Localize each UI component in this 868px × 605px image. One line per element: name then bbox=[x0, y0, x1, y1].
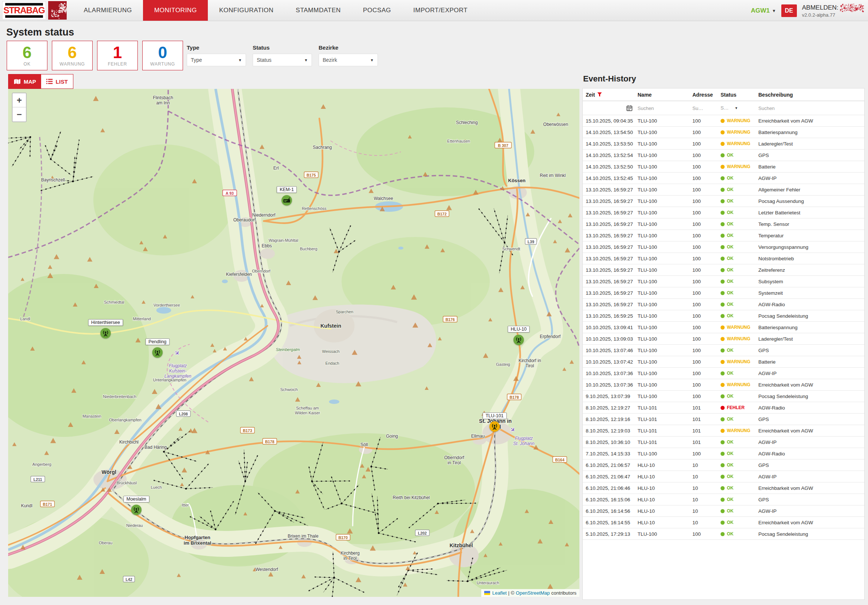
filter-select-bezirke[interactable]: Bezirk▼ bbox=[319, 54, 378, 66]
map[interactable]: A 93B175B 307B172L39B176B178B178B173L208… bbox=[8, 89, 580, 597]
zoom-out-button[interactable]: − bbox=[12, 107, 26, 121]
list-view-button[interactable]: LIST bbox=[41, 74, 73, 88]
table-row[interactable]: 6.10.2025, 16:14:55HLU-1010OKErreichbark… bbox=[583, 517, 864, 528]
table-row[interactable]: 13.10.2025, 16:59:27TLU-100100OKAGW-Radi… bbox=[583, 299, 864, 310]
beschreibung-search-input[interactable] bbox=[758, 105, 854, 111]
map-marker-pendling[interactable]: Pendling bbox=[152, 347, 163, 357]
nav-item-pocsag[interactable]: POCSAG bbox=[352, 0, 402, 21]
zoom-in-button[interactable]: + bbox=[12, 93, 26, 107]
status-badge: WARNUNG bbox=[727, 141, 750, 146]
table-row[interactable]: 13.10.2025, 16:59:27TLU-100100OKSystemze… bbox=[583, 287, 864, 299]
map-marker-moeslalm[interactable]: Moeslalm bbox=[131, 504, 141, 515]
cell-status: OK bbox=[721, 290, 758, 296]
cell-beschreibung: Batterie bbox=[758, 164, 864, 170]
table-row[interactable]: 14.10.2025, 13:52:54TLU-100100OKGPS bbox=[583, 150, 864, 161]
table-row[interactable]: 8.10.2025, 12:19:03TLU-101101WARNUNGErre… bbox=[583, 425, 864, 436]
osm-link[interactable]: OpenStreetMap bbox=[516, 590, 550, 596]
table-row[interactable]: 8.10.2025, 12:19:16TLU-101101OKGPS bbox=[583, 413, 864, 425]
cell-name: TLU-100 bbox=[637, 382, 693, 388]
map-label: Oberndorf bbox=[252, 269, 270, 273]
cell-adresse: 100 bbox=[693, 382, 721, 388]
table-row[interactable]: 8.10.2025, 10:36:10TLU-101101OKAGW-IP bbox=[583, 436, 864, 448]
column-header-beschreibung[interactable]: Beschreibung bbox=[758, 92, 864, 98]
map-marker-kem-1[interactable]: KEM-1 bbox=[282, 195, 292, 206]
table-row[interactable]: 10.10.2025, 13:09:03TLU-100100WARNUNGLad… bbox=[583, 333, 864, 345]
cell-name: HLU-10 bbox=[637, 497, 693, 503]
cell-zeit: 13.10.2025, 16:59:27 bbox=[586, 256, 637, 261]
filter-select-status[interactable]: Status▼ bbox=[253, 54, 312, 66]
logout-button[interactable]: ABMELDEN: bbox=[802, 4, 839, 11]
table-row[interactable]: 14.10.2025, 13:54:50TLU-100100WARNUNGBat… bbox=[583, 127, 864, 138]
table-row[interactable]: 10.10.2025, 13:07:36TLU-100100OKAGW-IP bbox=[583, 368, 864, 379]
status-card-fehler[interactable]: 1FEHLER bbox=[97, 41, 138, 70]
column-header-name[interactable]: Name bbox=[637, 92, 693, 98]
cell-name: TLU-100 bbox=[637, 313, 693, 319]
table-row[interactable]: 10.10.2025, 13:07:46TLU-100100OKGPS bbox=[583, 345, 864, 356]
table-row[interactable]: 6.10.2025, 21:06:46HLU-1010OKErreichbark… bbox=[583, 483, 864, 494]
nav-item-alarmierung[interactable]: ALARMIERUNG bbox=[73, 0, 143, 21]
filter-select-type[interactable]: Type▼ bbox=[187, 54, 246, 66]
cell-beschreibung: Letzter Batterietest bbox=[758, 210, 864, 215]
table-row[interactable]: 13.10.2025, 16:59:27TLU-100100OKTemp. Se… bbox=[583, 218, 864, 230]
table-row[interactable]: 10.10.2025, 13:07:36TLU-100100WARNUNGErr… bbox=[583, 379, 864, 391]
name-search-input[interactable] bbox=[637, 105, 687, 111]
language-button[interactable]: DE bbox=[781, 5, 797, 17]
table-row[interactable]: 13.10.2025, 16:59:27TLU-100100OKAllgemei… bbox=[583, 184, 864, 195]
table-row[interactable]: 14.10.2025, 13:53:50TLU-100100WARNUNGLad… bbox=[583, 138, 864, 150]
table-row[interactable]: 13.10.2025, 16:59:27TLU-100100OKPocsag A… bbox=[583, 195, 864, 207]
cell-adresse: 100 bbox=[693, 359, 721, 365]
map-view-button[interactable]: MAP bbox=[9, 74, 41, 88]
nav-item-konfiguration[interactable]: KONFIGURATION bbox=[208, 0, 285, 21]
map-marker-tlu-101[interactable]: TLU-101 bbox=[490, 421, 500, 432]
nav-item-stammdaten[interactable]: STAMMDATEN bbox=[285, 0, 352, 21]
svg-text:A 93: A 93 bbox=[226, 191, 234, 195]
table-row[interactable]: 7.10.2025, 14:15:33TLU-100100OKAGW-Radio bbox=[583, 448, 864, 460]
status-card-warnung[interactable]: 6WARNUNG bbox=[52, 41, 93, 70]
cell-name: TLU-100 bbox=[637, 267, 693, 273]
cell-adresse: 101 bbox=[693, 416, 721, 422]
status-card-value: 1 bbox=[113, 45, 122, 61]
status-search-input[interactable] bbox=[721, 105, 733, 111]
table-row[interactable]: 9.10.2025, 13:07:39TLU-100100OKPocsag Se… bbox=[583, 391, 864, 402]
leaflet-link[interactable]: Leaflet bbox=[492, 590, 507, 596]
table-row[interactable]: 6.10.2025, 16:14:56HLU-1010OKAGW-IP bbox=[583, 505, 864, 517]
table-row[interactable]: 10.10.2025, 13:07:42TLU-100100WARNUNGBat… bbox=[583, 356, 864, 368]
filter-funnel-icon[interactable] bbox=[597, 92, 602, 97]
table-row[interactable]: 8.10.2025, 12:19:27TLU-101101FEHLERAGW-R… bbox=[583, 402, 864, 413]
table-row[interactable]: 13.10.2025, 16:59:27TLU-100100OKLetzter … bbox=[583, 207, 864, 218]
table-row[interactable]: 14.10.2025, 13:52:45TLU-100100OKAGW-IP bbox=[583, 173, 864, 184]
status-filter-caret-icon[interactable]: ▼ bbox=[735, 106, 738, 110]
agw-selector[interactable]: AGW1 ▼ bbox=[751, 7, 776, 14]
cell-name: HLU-10 bbox=[637, 486, 693, 491]
table-row[interactable]: 6.10.2025, 21:06:57HLU-1010OKGPS bbox=[583, 460, 864, 471]
map-marker-hlu-10[interactable]: HLU-10 bbox=[513, 335, 524, 345]
table-row[interactable]: 15.10.2025, 09:04:35TLU-100100WARNUNGErr… bbox=[583, 115, 864, 127]
svg-text:L202: L202 bbox=[418, 531, 427, 535]
cell-adresse: 100 bbox=[693, 313, 721, 319]
table-row[interactable]: 13.10.2025, 16:59:27TLU-100100OKZeitrefe… bbox=[583, 265, 864, 276]
table-row[interactable]: 6.10.2025, 16:15:06HLU-1010OKGPS bbox=[583, 494, 864, 505]
adresse-search-input[interactable] bbox=[693, 105, 718, 111]
cell-name: TLU-100 bbox=[637, 141, 693, 147]
table-row[interactable]: 5.10.2025, 17:29:13TLU-100100OKPocsag Se… bbox=[583, 528, 864, 540]
map-marker-hinterthiersee[interactable]: Hinterthiersee bbox=[101, 328, 111, 339]
table-row[interactable]: 14.10.2025, 13:52:50TLU-100100WARNUNGBat… bbox=[583, 161, 864, 173]
cell-zeit: 14.10.2025, 13:53:50 bbox=[586, 141, 637, 147]
table-filter-row: ▼ bbox=[583, 101, 864, 115]
nav-item-import-export[interactable]: IMPORT/EXPORT bbox=[402, 0, 479, 21]
status-card-wartung[interactable]: 0WARTUNG bbox=[142, 41, 183, 70]
table-row[interactable]: 13.10.2025, 16:59:27TLU-100100OKTemperat… bbox=[583, 230, 864, 241]
table-row[interactable]: 6.10.2025, 21:06:47HLU-1010OKAGW-IP bbox=[583, 471, 864, 483]
nav-item-monitoring[interactable]: MONITORING bbox=[143, 0, 208, 21]
column-header-zeit[interactable]: Zeit bbox=[586, 92, 637, 98]
calendar-icon[interactable] bbox=[626, 105, 632, 111]
table-row[interactable]: 13.10.2025, 16:59:27TLU-100100OKNotstrom… bbox=[583, 253, 864, 265]
status-dot-icon bbox=[721, 153, 725, 157]
table-row[interactable]: 13.10.2025, 16:59:27TLU-100100OKVersorgu… bbox=[583, 241, 864, 253]
status-card-ok[interactable]: 6OK bbox=[7, 41, 47, 70]
table-row[interactable]: 13.10.2025, 16:59:27TLU-100100OKSubsyste… bbox=[583, 276, 864, 287]
column-header-adresse[interactable]: Adresse bbox=[693, 92, 721, 98]
table-row[interactable]: 13.10.2025, 16:59:25TLU-100100OKPocsag S… bbox=[583, 310, 864, 322]
table-row[interactable]: 10.10.2025, 13:09:41TLU-100100WARNUNGBat… bbox=[583, 322, 864, 333]
column-header-status[interactable]: Status bbox=[721, 92, 758, 98]
